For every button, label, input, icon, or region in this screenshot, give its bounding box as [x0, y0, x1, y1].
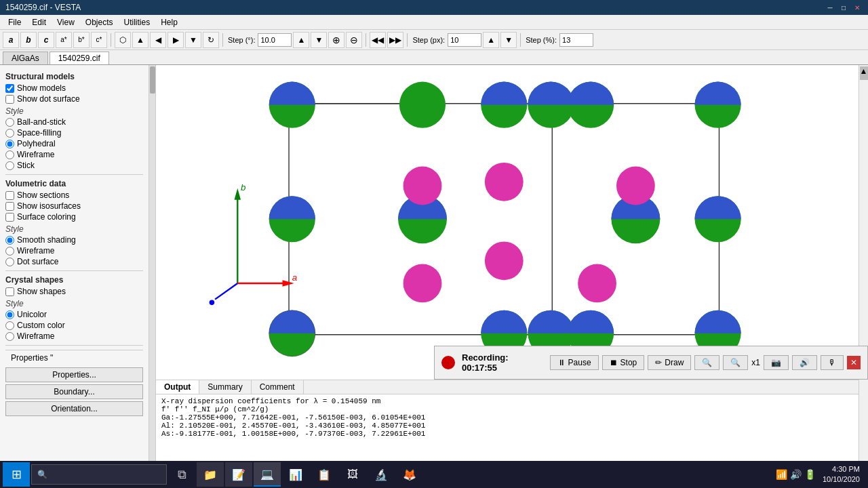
volumetric-data-title: Volumetric data — [5, 179, 143, 188]
dot-surface-radio[interactable] — [5, 258, 14, 266]
clock-time: 4:30 PM — [823, 464, 860, 474]
document-tab-bar: AlGaAs 1540259.cif — [0, 50, 868, 65]
wireframe-struct-label: Wireframe — [17, 150, 54, 159]
menu-utilities[interactable]: Utilities — [119, 16, 156, 28]
wireframe-vol-radio[interactable] — [5, 247, 14, 256]
taskbar-excel[interactable]: 📊 — [282, 462, 309, 487]
forward-btn[interactable]: ▶ — [167, 32, 184, 48]
show-sections-row: Show sections — [5, 190, 143, 200]
taskbar-viewer[interactable]: 🖼 — [339, 462, 366, 487]
rotate-up-btn[interactable]: ▲ — [132, 32, 149, 48]
show-models-checkbox[interactable] — [5, 84, 14, 93]
step-pct-input[interactable] — [559, 33, 593, 47]
down-btn[interactable]: ▼ — [185, 32, 201, 48]
wireframe-struct-radio[interactable] — [5, 150, 14, 159]
transform-btn-1[interactable]: ⬡ — [115, 32, 131, 48]
step-angle-input[interactable] — [258, 33, 292, 47]
unicolor-radio[interactable] — [5, 310, 14, 319]
taskbar-browser[interactable]: 🦊 — [396, 462, 423, 487]
zoom-in-btn[interactable]: ⊕ — [328, 32, 344, 48]
taskbar-powerpoint[interactable]: 📋 — [311, 462, 338, 487]
polyhedral-label: Polyhedral — [17, 139, 56, 148]
menu-edit[interactable]: Edit — [26, 16, 52, 28]
axis-c-star-btn[interactable]: c* — [91, 32, 107, 48]
recording-camera-btn[interactable]: 📷 — [764, 355, 789, 370]
taskbar-file-manager[interactable]: 📁 — [197, 462, 224, 487]
menu-bar: File Edit View Objects Utilities Help — [0, 15, 868, 30]
axis-b-btn[interactable]: b — [20, 32, 37, 48]
tab-output[interactable]: Output — [156, 380, 199, 394]
minimize-btn[interactable]: ─ — [825, 2, 835, 13]
axis-c-btn[interactable]: c — [38, 32, 54, 48]
battery-icon: 🔋 — [804, 469, 816, 480]
recording-draw-btn[interactable]: ✏ Draw — [648, 355, 691, 370]
show-isosurfaces-checkbox[interactable] — [5, 202, 14, 211]
recording-mic-btn[interactable]: 🎙 — [821, 355, 844, 370]
pan-right-btn[interactable]: ▶▶ — [387, 32, 403, 48]
recording-stop-btn[interactable]: ⏹ Stop — [602, 355, 645, 370]
rotate-btn[interactable]: ↻ — [203, 32, 219, 48]
show-shapes-checkbox[interactable] — [5, 287, 14, 296]
recording-status: Recording: 00:17:55 — [462, 352, 543, 373]
sidebar-inner: Structural models Show models Show dot s… — [0, 65, 149, 488]
px-down-btn[interactable]: ▼ — [500, 32, 517, 48]
recording-zoom-btn[interactable]: 🔍 — [723, 355, 748, 370]
zoom-out-btn[interactable]: ⊖ — [346, 32, 362, 48]
draw-label: Draw — [665, 358, 684, 367]
taskbar-search[interactable]: 🔍 — [31, 464, 167, 485]
recording-pause-btn[interactable]: ⏸ Pause — [550, 355, 599, 370]
zoom-level: x1 — [751, 358, 760, 367]
tab-summary[interactable]: Summary — [199, 380, 251, 394]
smooth-shading-radio[interactable] — [5, 236, 14, 245]
viewport-scrollbar[interactable]: ▲ ▼ — [859, 65, 868, 488]
recording-search-btn[interactable]: 🔍 — [694, 355, 719, 370]
taskbar-vesta2[interactable]: 🔬 — [368, 462, 395, 487]
properties-btn[interactable]: Properties... — [5, 367, 143, 382]
taskbar-editor[interactable]: 📝 — [225, 462, 252, 487]
polyhedral-radio[interactable] — [5, 140, 14, 148]
surface-coloring-checkbox[interactable] — [5, 213, 14, 222]
ball-stick-radio[interactable] — [5, 118, 14, 127]
close-btn[interactable]: ✕ — [852, 2, 863, 13]
recording-audio-btn[interactable]: 🔊 — [792, 355, 817, 370]
tab-cif[interactable]: 1540259.cif — [50, 52, 109, 64]
show-dot-checkbox[interactable] — [5, 95, 14, 104]
axis-b-star-btn[interactable]: b* — [73, 32, 90, 48]
menu-view[interactable]: View — [52, 16, 80, 28]
maximize-btn[interactable]: □ — [838, 2, 849, 13]
menu-file[interactable]: File — [3, 16, 26, 28]
taskbar-vesta[interactable]: 💻 — [254, 462, 281, 487]
step-angle-up[interactable]: ▲ — [293, 32, 309, 48]
back-btn[interactable]: ◀ — [150, 32, 166, 48]
search-icon: 🔍 — [37, 470, 47, 479]
draw-icon: ✏ — [655, 358, 662, 367]
step-pct-label: Step (%): — [526, 36, 557, 44]
crystal-viewport[interactable]: b a — [156, 65, 859, 380]
taskbar: ⊞ 🔍 ⧉ 📁 📝 💻 📊 📋 🖼 🔬 🦊 📶 🔊 🔋 4:30 PM 10/1… — [0, 461, 868, 488]
step-px-input[interactable] — [448, 33, 481, 47]
px-up-btn[interactable]: ▲ — [483, 32, 499, 48]
axis-a-btn[interactable]: a — [3, 32, 19, 48]
orientation-btn[interactable]: Orientation... — [5, 401, 143, 416]
start-button[interactable]: ⊞ — [3, 462, 30, 487]
custom-color-radio[interactable] — [5, 321, 14, 330]
boundary-btn[interactable]: Boundary... — [5, 384, 143, 399]
axis-a-star-btn[interactable]: a* — [56, 32, 72, 48]
stick-radio[interactable] — [5, 161, 14, 170]
sidebar-scrollbar[interactable] — [149, 65, 155, 488]
smooth-shading-label: Smooth shading — [17, 235, 76, 245]
menu-help[interactable]: Help — [155, 16, 183, 28]
recording-close-btn[interactable]: ✕ — [847, 356, 861, 369]
show-sections-checkbox[interactable] — [5, 191, 14, 200]
svg-point-30 — [616, 167, 655, 205]
window-controls[interactable]: ─ □ ✕ — [825, 2, 863, 13]
toolbar: a b c a* b* c* ⬡ ▲ ◀ ▶ ▼ ↻ Step (°): ▲ ▼… — [0, 30, 868, 50]
wireframe-shape-radio[interactable] — [5, 332, 14, 341]
space-filling-radio[interactable] — [5, 129, 14, 138]
step-down-btn[interactable]: ▼ — [311, 32, 327, 48]
task-view-btn[interactable]: ⧉ — [168, 462, 195, 487]
tab-comment[interactable]: Comment — [252, 380, 304, 394]
tab-algaas[interactable]: AlGaAs — [3, 52, 48, 64]
menu-objects[interactable]: Objects — [80, 16, 119, 28]
pan-left-btn[interactable]: ◀◀ — [370, 32, 386, 48]
